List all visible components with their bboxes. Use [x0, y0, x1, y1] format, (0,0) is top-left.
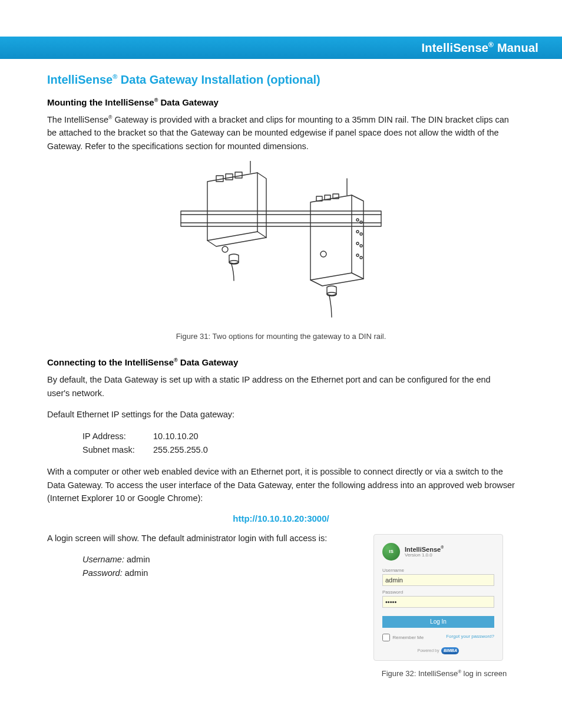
figure-31-caption: Figure 31: Two options for mounting the … — [47, 332, 515, 341]
connecting-p3: With a computer or other web enabled dev… — [47, 465, 515, 505]
login-version: Version 1.0.0 — [405, 552, 444, 558]
figure-31 — [47, 161, 515, 328]
connecting-p1: By default, the Data Gateway is set up w… — [47, 373, 515, 400]
din-rail-illustration — [175, 161, 387, 326]
mask-value: 255.255.255.0 — [153, 443, 208, 457]
mounting-heading-pre: Mounting the IntelliSense — [47, 97, 154, 107]
svg-point-20 — [356, 254, 359, 256]
username-value: admin — [124, 555, 150, 564]
username-label: Username: — [82, 555, 124, 564]
connecting-heading-post: Data Gateway — [178, 357, 239, 367]
svg-line-16 — [352, 273, 363, 279]
password-line: Password: admin — [82, 566, 350, 580]
password-field-label: Password — [382, 589, 494, 595]
connecting-heading: Connecting to the IntelliSense® Data Gat… — [47, 357, 515, 367]
svg-point-11 — [222, 246, 228, 252]
fig32-post: log in screen — [461, 669, 507, 678]
header-title: IntelliSense® Manual — [422, 41, 538, 55]
connecting-p2: Default Ethernet IP settings for the Dat… — [47, 408, 515, 421]
header-bar: IntelliSense® Manual — [0, 37, 562, 59]
login-title-block: IntelliSense® Version 1.0.0 — [405, 545, 444, 558]
remember-me-checkbox[interactable] — [382, 634, 390, 641]
login-screenshot: IS IntelliSense® Version 1.0.0 Username … — [373, 534, 503, 661]
svg-point-17 — [356, 219, 359, 221]
registered-mark: ® — [441, 545, 444, 549]
section-title-post: Data Gateway Installation (optional) — [117, 73, 320, 86]
header-title-post: Manual — [494, 41, 538, 54]
mounting-body-post: Gateway is provided with a bracket and c… — [47, 115, 509, 151]
ip-row: IP Address: 10.10.10.20 — [82, 430, 515, 443]
connecting-heading-pre: Connecting to the IntelliSense — [47, 357, 174, 367]
password-value: admin — [123, 568, 148, 578]
fig32-pre: Figure 32: IntelliSense — [382, 669, 458, 678]
powered-by-label: Powered by — [418, 648, 439, 653]
registered-mark: ® — [488, 41, 494, 49]
mask-label: Subnet mask: — [82, 443, 153, 457]
mounting-body: The IntelliSense® Gateway is provided wi… — [47, 113, 515, 153]
ip-value: 10.10.10.20 — [153, 430, 199, 443]
gateway-url: http://10.10.10.20:3000/ — [47, 513, 515, 523]
svg-rect-8 — [226, 174, 233, 180]
logo-text: IS — [389, 549, 394, 554]
mask-row: Subnet mask: 255.255.255.0 — [82, 443, 515, 457]
login-info-left: A login screen will show. The default ad… — [47, 532, 350, 581]
section-title: IntelliSense® Data Gateway Installation … — [47, 73, 515, 87]
svg-line-5 — [207, 232, 257, 241]
username-input[interactable] — [382, 574, 494, 586]
svg-point-21 — [360, 221, 362, 223]
figure-32-caption: Figure 32: IntelliSense® log in screen — [373, 669, 515, 678]
registered-mark: ® — [174, 357, 178, 363]
bimba-logo-icon: BIMBA — [441, 647, 459, 654]
forgot-password-link[interactable]: Forgot your password? — [446, 634, 494, 641]
svg-marker-13 — [310, 195, 363, 286]
header-title-pre: IntelliSense — [422, 41, 489, 54]
connecting-p4: A login screen will show. The default ad… — [47, 532, 350, 545]
powered-by: Powered by BIMBA — [382, 647, 494, 654]
svg-point-23 — [360, 245, 362, 247]
svg-point-18 — [356, 230, 359, 233]
remember-me-label: Remember Me — [392, 634, 424, 640]
mounting-heading: Mounting the IntelliSense® Data Gateway — [47, 97, 515, 107]
password-label: Password: — [82, 568, 123, 578]
username-line: Username: admin — [82, 553, 350, 566]
ip-label: IP Address: — [82, 430, 153, 443]
svg-line-15 — [310, 273, 352, 280]
section-title-pre: IntelliSense — [47, 73, 113, 86]
svg-rect-9 — [235, 172, 242, 178]
svg-point-22 — [360, 233, 362, 235]
login-title: IntelliSense® — [405, 545, 444, 553]
login-info-row: A login screen will show. The default ad… — [47, 532, 515, 678]
login-header: IS IntelliSense® Version 1.0.0 — [382, 543, 494, 561]
svg-point-19 — [356, 242, 359, 245]
login-title-pre: IntelliSense — [405, 545, 441, 552]
mounting-heading-post: Data Gateway — [158, 97, 219, 107]
mounting-body-pre: The IntelliSense — [47, 115, 108, 124]
document-page: IntelliSense® Manual IntelliSense® Data … — [0, 37, 562, 728]
remember-me[interactable]: Remember Me — [382, 634, 424, 641]
figure-32-column: IS IntelliSense® Version 1.0.0 Username … — [373, 532, 515, 678]
login-button[interactable]: Log In — [382, 616, 494, 628]
credentials: Username: admin Password: admin — [82, 553, 350, 580]
ip-settings: IP Address: 10.10.10.20 Subnet mask: 255… — [82, 430, 515, 457]
login-footer: Remember Me Forgot your password? — [382, 634, 494, 641]
svg-line-6 — [257, 232, 266, 238]
svg-point-24 — [360, 256, 362, 259]
svg-rect-0 — [181, 211, 381, 226]
password-input[interactable] — [382, 596, 494, 608]
intellisense-logo-icon: IS — [382, 543, 400, 561]
username-field-label: Username — [382, 568, 494, 573]
content-area: IntelliSense® Data Gateway Installation … — [0, 59, 562, 678]
svg-point-29 — [320, 251, 326, 257]
